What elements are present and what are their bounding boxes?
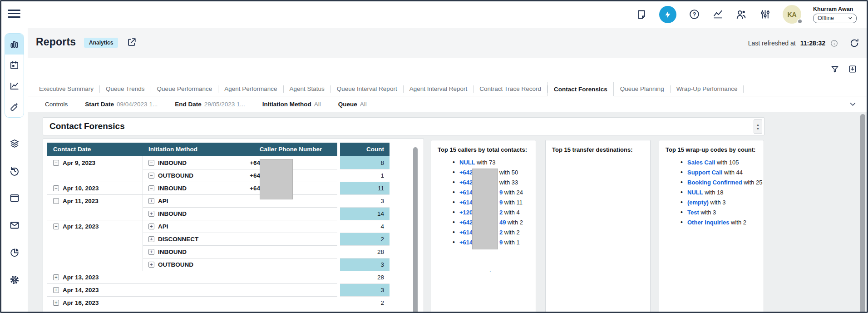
caller-link[interactable]: +642: [459, 169, 473, 176]
sidebar-item-calendar[interactable]: [5, 55, 24, 75]
tab-contract-trace-record[interactable]: Contract Trace Record: [473, 82, 547, 96]
cell-count: 1: [340, 169, 390, 182]
toggle-expand-icon[interactable]: +: [148, 211, 154, 217]
toggle-collapse-icon[interactable]: −: [53, 198, 59, 204]
control-end-date[interactable]: End Date29/05/2023 1...: [175, 101, 245, 108]
sliders-icon[interactable]: [759, 9, 771, 20]
table-row: +INBOUND: [47, 207, 337, 220]
tab-queue-planning[interactable]: Queue Planning: [614, 82, 670, 96]
info-icon[interactable]: [830, 39, 838, 48]
metrics-icon[interactable]: [712, 9, 724, 20]
sidebar-item-brush[interactable]: [5, 96, 24, 117]
caller-link-suffix[interactable]: 2: [499, 209, 503, 216]
controls-collapse-icon[interactable]: [849, 100, 857, 108]
layers-icon: [9, 138, 20, 149]
sidebar-item-layers[interactable]: [9, 138, 20, 149]
people-icon[interactable]: [735, 9, 747, 20]
caller-link-suffix[interactable]: 49: [499, 219, 506, 226]
toggle-expand-icon[interactable]: +: [53, 300, 59, 306]
gear-icon: [9, 274, 20, 285]
toggle-expand-icon[interactable]: +: [53, 287, 59, 293]
caller-link[interactable]: +120: [459, 209, 473, 216]
caller-link[interactable]: +614: [459, 239, 473, 246]
cell-contact-date: [47, 258, 143, 271]
toggle-expand-icon[interactable]: +: [148, 236, 154, 242]
toggle-expand-icon[interactable]: +: [148, 262, 154, 268]
toggle-expand-icon[interactable]: +: [148, 198, 154, 204]
toggle-collapse-icon[interactable]: −: [148, 185, 154, 191]
item-link[interactable]: Test: [687, 209, 699, 216]
history-icon: [9, 165, 20, 176]
analytics-badge[interactable]: Analytics: [84, 38, 118, 48]
cell-initiation-method: −INBOUND: [143, 182, 244, 194]
tab-queue-trends[interactable]: Queue Trends: [100, 82, 151, 96]
table-scrollbar[interactable]: [413, 147, 418, 313]
caller-link[interactable]: +614: [459, 229, 473, 236]
control-initiation-method[interactable]: Initiation MethodAll: [262, 101, 321, 108]
item-link[interactable]: NULL: [687, 189, 703, 196]
toggle-expand-icon[interactable]: +: [148, 249, 154, 255]
sidebar-item-pie-chart[interactable]: [9, 247, 20, 258]
tab-executive-summary[interactable]: Executive Summary: [33, 82, 99, 96]
caller-link[interactable]: +614: [459, 199, 473, 206]
item-link[interactable]: Booking Confirmed: [687, 179, 742, 186]
mail-icon: [9, 220, 20, 231]
redaction-box: [260, 159, 293, 199]
toggle-expand-icon[interactable]: +: [148, 224, 154, 229]
tab-queue-performance[interactable]: Queue Performance: [151, 82, 218, 96]
toggle-collapse-icon[interactable]: −: [148, 160, 154, 166]
tab-agent-interval-report[interactable]: Agent Interval Report: [404, 82, 473, 96]
caller-link-suffix[interactable]: 9: [499, 189, 503, 196]
page-scrollbar[interactable]: [860, 114, 865, 313]
control-queue[interactable]: QueueAll: [338, 101, 367, 108]
note-icon[interactable]: [636, 9, 647, 20]
control-start-date[interactable]: Start Date09/04/2023 1...: [85, 101, 158, 108]
item-link[interactable]: Support Call: [687, 169, 722, 176]
sidebar-item-window[interactable]: [9, 193, 20, 204]
hamburger-menu-icon[interactable]: [8, 7, 20, 20]
help-icon[interactable]: ?: [688, 9, 700, 20]
tab-contact-forensics[interactable]: Contact Forensics: [547, 82, 614, 96]
cell-contact-date: +Apr 13, 2023: [47, 271, 337, 283]
toggle-expand-icon[interactable]: +: [53, 274, 59, 280]
tab-agent-performance[interactable]: Agent Performance: [218, 82, 283, 96]
caller-link[interactable]: +614: [459, 189, 473, 196]
cell-initiation-method: −OUTBOUND: [143, 169, 244, 182]
download-icon[interactable]: [848, 64, 858, 74]
caller-link-suffix[interactable]: 9: [499, 199, 503, 206]
sidebar-item-history[interactable]: [9, 165, 20, 176]
tab-wrap-up-performance[interactable]: Wrap-Up Performance: [671, 82, 744, 96]
toggle-collapse-icon[interactable]: −: [53, 185, 59, 191]
toggle-collapse-icon[interactable]: −: [53, 224, 59, 229]
tab-agent-status[interactable]: Agent Status: [284, 82, 330, 96]
sidebar-item-mail[interactable]: [9, 220, 20, 231]
item-link[interactable]: Other Inquiries: [687, 219, 729, 226]
status-select[interactable]: Offline: [813, 14, 857, 23]
spinner-control[interactable]: ▲▼: [754, 119, 762, 134]
external-link-icon[interactable]: [127, 37, 137, 47]
stray-dot: .: [489, 267, 491, 273]
caller-link[interactable]: +642: [459, 219, 473, 226]
sidebar-item-settings[interactable]: [9, 274, 20, 285]
item-link[interactable]: (empty): [687, 199, 709, 206]
toggle-collapse-icon[interactable]: −: [53, 160, 59, 166]
app-window: ? KA Khurram Awan Offline: [0, 0, 868, 313]
item-link[interactable]: Sales Call: [687, 159, 715, 166]
caller-link-suffix[interactable]: 9: [499, 239, 503, 246]
column-header-caller-phone: Caller Phone Number: [244, 146, 337, 153]
lightning-icon[interactable]: [659, 6, 676, 23]
panel-wrapup-codes: Top 15 wrap-up codes by count: Sales Cal…: [659, 140, 764, 313]
sidebar-analytics-group: [5, 33, 24, 118]
item-link[interactable]: NULL: [459, 159, 475, 166]
sidebar-item-bar-chart[interactable]: [5, 34, 24, 55]
refresh-icon[interactable]: [849, 38, 859, 48]
list-item: NULL with 18: [659, 189, 764, 199]
sidebar-item-line-chart[interactable]: [5, 75, 24, 96]
tab-queue-interval-report[interactable]: Queue Interval Report: [331, 82, 403, 96]
caller-link[interactable]: +642: [459, 179, 473, 186]
cell-count: 3: [340, 194, 390, 207]
table-row: +Apr 13, 2023: [47, 271, 337, 283]
caller-link-suffix[interactable]: 2: [499, 229, 503, 236]
toggle-collapse-icon[interactable]: −: [148, 173, 154, 179]
filter-icon[interactable]: [830, 64, 840, 74]
